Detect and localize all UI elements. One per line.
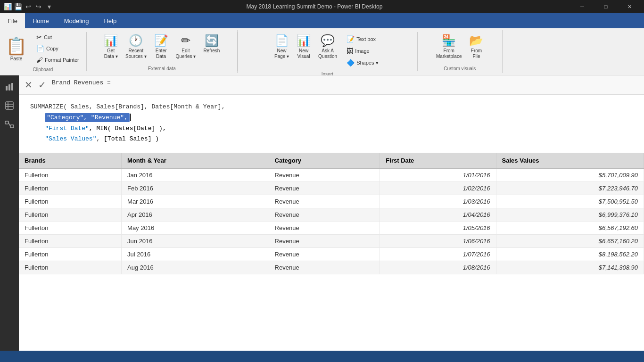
cut-label: Cut xyxy=(44,34,52,40)
data-table: Brands Month & Year Category First Date … xyxy=(19,153,644,274)
table-row: FullertonJan 2016Revenue1/01/2016$5,701,… xyxy=(19,168,644,182)
new-visual-button[interactable]: 📊 NewVisual xyxy=(294,32,314,61)
close-button[interactable]: ✕ xyxy=(619,0,640,13)
table-cell-1-2: Revenue xyxy=(269,182,380,195)
refresh-label: Refresh xyxy=(203,48,220,54)
formula-confirm-button[interactable]: ✓ xyxy=(38,79,46,90)
col-header-month-year: Month & Year xyxy=(122,153,269,168)
menu-help[interactable]: Help xyxy=(96,13,124,28)
svg-rect-2 xyxy=(11,83,13,90)
shapes-button[interactable]: 🔷 Shapes ▾ xyxy=(344,58,381,68)
table-cell-5-2: Revenue xyxy=(269,235,380,248)
get-data-button[interactable]: 📊 GetData ▾ xyxy=(101,32,121,61)
table-cell-0-1: Jan 2016 xyxy=(122,168,269,182)
new-page-button[interactable]: 📄 NewPage ▾ xyxy=(272,32,292,61)
table-cell-3-4: $6,999,376.10 xyxy=(496,208,644,222)
col-header-category: Category xyxy=(269,153,380,168)
table-cell-5-1: Jun 2016 xyxy=(122,235,269,248)
svg-rect-3 xyxy=(6,102,13,109)
image-button[interactable]: 🖼 Image xyxy=(344,46,381,56)
table-cell-0-0: Fullerton xyxy=(19,168,122,182)
custom-visuals-buttons: 🏪 FromMarketplace 📂 FromFile xyxy=(433,32,486,64)
format-painter-button[interactable]: 🖌 Format Painter xyxy=(33,55,82,65)
table-cell-0-4: $5,701,009.90 xyxy=(496,168,644,182)
from-file-button[interactable]: 📂 FromFile xyxy=(466,32,486,61)
edit-queries-button[interactable]: ✏ EditQueries ▾ xyxy=(173,32,199,61)
window-title: May 2018 Learning Summit Demo - Power BI… xyxy=(58,3,571,10)
enter-data-icon: 📝 xyxy=(154,34,168,47)
table-cell-0-2: Revenue xyxy=(269,168,380,182)
copy-button[interactable]: 📄 Copy xyxy=(33,43,82,54)
table-row: FullertonMar 2016Revenue1/03/2016$7,500,… xyxy=(19,195,644,208)
code-line-3: "First Date", MIN( Dates[Date] ), xyxy=(30,124,633,134)
table-cell-6-1: Jul 2016 xyxy=(122,248,269,261)
from-marketplace-icon: 🏪 xyxy=(442,34,456,47)
formula-close-button[interactable]: ✕ xyxy=(25,79,33,90)
clipboard-right: ✂ Cut 📄 Copy 🖌 Format Painter xyxy=(33,32,82,65)
svg-rect-7 xyxy=(5,121,8,124)
ribbon-group-insert: 📄 NewPage ▾ 📊 NewVisual 💬 Ask AQuestion … xyxy=(238,30,417,73)
sidebar xyxy=(0,75,19,351)
sidebar-icon-data[interactable] xyxy=(2,98,17,113)
enter-data-label: EnterData xyxy=(156,48,167,59)
maximize-button[interactable]: □ xyxy=(595,0,617,13)
table-cell-7-1: Aug 2016 xyxy=(122,261,269,274)
ask-question-label: Ask AQuestion xyxy=(318,48,337,59)
ask-question-icon: 💬 xyxy=(321,34,335,47)
new-page-icon: 📄 xyxy=(275,34,289,47)
undo-icon[interactable]: ↩ xyxy=(25,3,32,10)
enter-data-button[interactable]: 📝 EnterData xyxy=(151,32,171,61)
from-marketplace-label: FromMarketplace xyxy=(436,48,462,59)
clipboard-left: 📋 Paste xyxy=(4,32,32,65)
cut-icon: ✂ xyxy=(36,33,42,41)
sidebar-icon-report[interactable] xyxy=(2,79,17,94)
from-marketplace-button[interactable]: 🏪 FromMarketplace xyxy=(433,32,464,61)
text-box-button[interactable]: 📝 Text box xyxy=(344,34,381,44)
from-file-icon: 📂 xyxy=(469,34,483,47)
external-data-label: External data xyxy=(148,64,176,71)
svg-rect-1 xyxy=(8,84,10,90)
code-line-4: "Sales Values", [Total Sales] ) xyxy=(30,134,633,144)
format-painter-icon: 🖌 xyxy=(36,56,43,64)
refresh-button[interactable]: 🔄 Refresh xyxy=(200,32,223,56)
text-box-icon: 📝 xyxy=(347,35,355,43)
table-cell-4-2: Revenue xyxy=(269,222,380,235)
menu-home[interactable]: Home xyxy=(25,13,57,28)
recent-sources-button[interactable]: 🕐 RecentSources ▾ xyxy=(123,32,149,61)
table-header-row: Brands Month & Year Category First Date … xyxy=(19,153,644,168)
table-cell-5-0: Fullerton xyxy=(19,235,122,248)
customize-icon[interactable]: ▾ xyxy=(45,3,53,10)
code-highlight-category: "Category", "Revenue", xyxy=(45,113,130,122)
shapes-label: Shapes ▾ xyxy=(356,60,378,66)
app-icon: 📊 xyxy=(4,3,11,10)
menu-bar: File Home Modeling Help xyxy=(0,13,644,28)
table-cell-7-3: 1/08/2016 xyxy=(380,261,496,274)
table-cell-4-3: 1/05/2016 xyxy=(380,222,496,235)
formula-text[interactable]: Brand Revenues = xyxy=(52,79,638,90)
window-controls: ─ □ ✕ xyxy=(571,0,640,13)
format-painter-label: Format Painter xyxy=(45,57,79,63)
table-row: FullertonFeb 2016Revenue1/02/2016$7,223,… xyxy=(19,182,644,195)
cut-button[interactable]: ✂ Cut xyxy=(33,32,82,42)
table-row: FullertonJun 2016Revenue1/06/2016$6,657,… xyxy=(19,235,644,248)
paste-button[interactable]: 📋 Paste xyxy=(4,34,29,63)
col-header-brands: Brands xyxy=(19,153,122,168)
sidebar-icon-relationships[interactable] xyxy=(2,117,17,132)
ask-question-button[interactable]: 💬 Ask AQuestion xyxy=(315,32,340,61)
redo-icon[interactable]: ↪ xyxy=(35,3,42,10)
minimize-button[interactable]: ─ xyxy=(571,0,593,13)
code-area: SUMMARIZE( Sales, Sales[Brands], Dates[M… xyxy=(19,95,644,153)
table-cell-6-4: $8,198,562.20 xyxy=(496,248,644,261)
svg-rect-0 xyxy=(6,86,8,90)
save-icon[interactable]: 💾 xyxy=(14,3,22,10)
code-min: MIN xyxy=(96,125,107,132)
table-cell-4-4: $6,567,192.60 xyxy=(496,222,644,235)
status-bar xyxy=(0,351,644,362)
menu-modeling[interactable]: Modeling xyxy=(57,13,97,28)
menu-file[interactable]: File xyxy=(0,13,25,28)
table-body: FullertonJan 2016Revenue1/01/2016$5,701,… xyxy=(19,168,644,274)
refresh-icon: 🔄 xyxy=(205,34,219,47)
get-data-icon: 📊 xyxy=(104,34,118,47)
table-row: FullertonAug 2016Revenue1/08/2016$7,141,… xyxy=(19,261,644,274)
table-cell-3-1: Apr 2016 xyxy=(122,208,269,222)
